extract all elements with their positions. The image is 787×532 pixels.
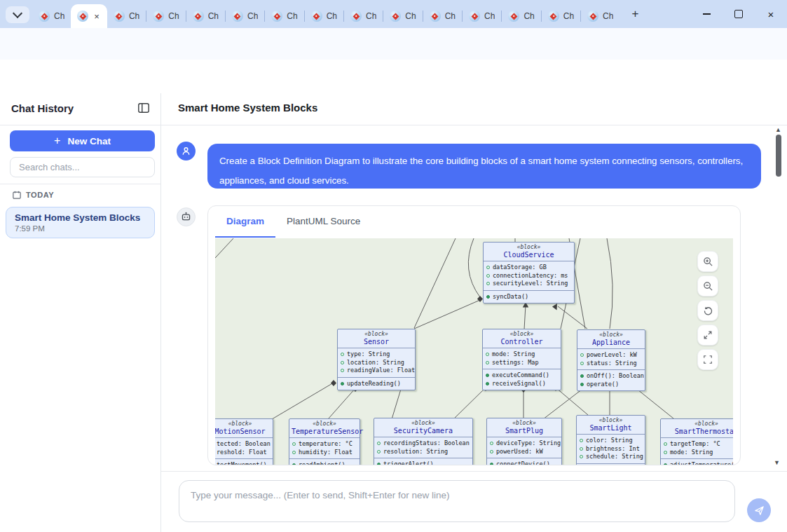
attribute-text: recordingStatus: Boolean (383, 439, 470, 448)
browser-tab[interactable]: Ch (423, 4, 462, 28)
attribute-icon (580, 353, 584, 357)
scroll-down-arrow[interactable]: ▼ (774, 459, 780, 466)
attribute-row: mode: String (486, 350, 558, 359)
block-name: Controller (485, 338, 559, 346)
tab-search-button[interactable] (6, 6, 29, 23)
block-stereotype: «block» (486, 244, 572, 250)
operation-text: tectMovement() (217, 461, 267, 465)
uml-block-securitycamera[interactable]: «block»SecurityCamerarecordingStatus: Bo… (374, 418, 473, 465)
attribute-icon (490, 442, 493, 445)
visual-paradigm-favicon (469, 11, 480, 22)
operation-text: onOff(): Boolean (587, 372, 644, 381)
reset-view-button[interactable] (697, 300, 718, 321)
uml-block-smartthermostat[interactable]: «block»SmartThermostattargetTemp: °Cmode… (660, 418, 733, 465)
visual-paradigm-favicon (508, 11, 519, 22)
block-header: «block»SmartLight (577, 416, 645, 435)
attribute-text: resolution: String (383, 448, 448, 456)
browser-tab[interactable]: Ch (107, 4, 146, 28)
visual-paradigm-favicon (271, 11, 282, 22)
attribute-text: schedule: String (586, 453, 643, 461)
expand-button[interactable] (697, 325, 718, 346)
block-stereotype: «block» (579, 417, 643, 423)
tab-plantuml-source[interactable]: PlantUML Source (275, 206, 371, 238)
block-header: «block»MotionSensor (215, 419, 273, 438)
uml-block-cloudservice[interactable]: «block»CloudServicedataStorage: GBconnec… (483, 242, 575, 303)
uml-block-controller[interactable]: «block»Controllermode: Stringsettings: M… (482, 329, 561, 390)
browser-tab[interactable]: Ch (32, 4, 71, 28)
chat-item-title: Smart Home System Blocks (15, 212, 146, 223)
block-stereotype: «block» (663, 421, 733, 427)
message-input[interactable] (179, 480, 735, 522)
attribute-text: connectionLatency: ms (493, 272, 568, 280)
block-name: CloudService (486, 251, 572, 259)
uml-block-temperaturesensor[interactable]: «block»TemperatureSensortemperature: °Ch… (289, 418, 360, 465)
browser-tab[interactable]: Ch (502, 4, 540, 28)
search-chats-input[interactable] (10, 157, 155, 177)
browser-tab[interactable]: Ch (146, 4, 185, 28)
operation-compartment: readAmbient() (289, 459, 360, 465)
tab-diagram[interactable]: Diagram (215, 206, 275, 238)
main-panel: Smart Home System Blocks Create a Block … (161, 93, 787, 532)
browser-tab[interactable]: Ch (226, 4, 264, 28)
block-name: SecurityCamera (376, 427, 470, 435)
browser-tab[interactable]: Ch (265, 4, 303, 28)
scroll-up-arrow[interactable]: ▲ (775, 126, 781, 133)
scrollbar-thumb[interactable] (776, 135, 781, 177)
sidebar-header-divider (0, 125, 160, 125)
sidebar-divider (0, 184, 160, 184)
browser-tab[interactable]: Ch (344, 4, 383, 28)
operation-compartment: connectDevice() (487, 458, 561, 465)
operation-text: updateReading() (347, 380, 401, 388)
browser-tab[interactable]: Ch (383, 4, 422, 28)
block-header: «block»Controller (483, 329, 561, 348)
attribute-row: deviceType: String (490, 439, 559, 448)
send-button[interactable] (747, 498, 771, 522)
attribute-row: powerUsed: kW (490, 448, 559, 456)
zoom-in-button[interactable] (697, 251, 718, 272)
block-header: «block»Sensor (338, 329, 415, 348)
diagram-viewport[interactable]: «block»CloudServicedataStorage: GBconnec… (215, 238, 733, 465)
zoom-out-button[interactable] (697, 275, 718, 296)
uml-block-motionsensor[interactable]: «block»MotionSensortected: Booleanreshol… (215, 418, 273, 465)
result-tabs: DiagramPlantUML Source (208, 206, 740, 238)
bot-message-avatar (177, 207, 196, 226)
tab-label: Ch (287, 11, 297, 21)
tab-label: Ch (208, 11, 219, 21)
browser-tab[interactable]: Ch (463, 4, 501, 28)
attribute-compartment: targetTemp: °Cmode: String (661, 438, 733, 459)
operation-text: executeCommand() (492, 371, 549, 380)
window-close-button[interactable]: × (755, 0, 787, 28)
operation-text: receiveSignal() (492, 380, 546, 388)
attribute-compartment: mode: Stringsettings: Map (483, 348, 561, 369)
fullscreen-button[interactable] (697, 349, 718, 370)
browser-tab[interactable]: Ch (186, 4, 225, 28)
visual-paradigm-favicon (430, 11, 441, 22)
window-maximize-button[interactable] (723, 0, 755, 28)
uml-block-sensor[interactable]: «block»Sensortype: Stringlocation: Strin… (337, 329, 416, 390)
attribute-text: mode: String (670, 449, 713, 457)
operation-compartment: syncData() (484, 291, 574, 303)
attribute-icon (377, 442, 381, 445)
browser-tab-active[interactable]: × (71, 4, 107, 28)
attribute-text: powerLevel: kW (587, 351, 637, 360)
uml-block-appliance[interactable]: «block»AppliancepowerLevel: kWstatus: St… (577, 329, 645, 391)
operation-icon (490, 463, 493, 465)
collapse-sidebar-button[interactable] (137, 102, 151, 116)
browser-tab[interactable]: Ch (305, 4, 343, 28)
new-chat-button[interactable]: + New Chat (10, 130, 155, 151)
uml-block-smartlight[interactable]: «block»SmartLightcolor: Stringbrightness… (576, 415, 645, 465)
block-name: MotionSensor (215, 428, 271, 435)
tab-close-icon[interactable]: × (93, 12, 101, 21)
new-tab-button[interactable]: + (627, 6, 643, 22)
chat-history-item[interactable]: Smart Home System Blocks7:59 PM (6, 207, 155, 238)
browser-tab[interactable]: Ch (542, 4, 580, 28)
messages-area[interactable]: Create a Block Definition Diagram to ill… (161, 125, 787, 471)
window-minimize-button[interactable] (690, 0, 723, 28)
visual-paradigm-favicon (350, 11, 362, 22)
attribute-icon (341, 369, 344, 372)
operation-compartment: adjustTemperature() (661, 459, 733, 465)
operation-icon (580, 374, 584, 378)
browser-tab[interactable]: Ch (581, 4, 620, 28)
attribute-text: targetTemp: °C (670, 440, 720, 449)
uml-block-smartplug[interactable]: «block»SmartPlugdeviceType: StringpowerU… (486, 418, 562, 465)
